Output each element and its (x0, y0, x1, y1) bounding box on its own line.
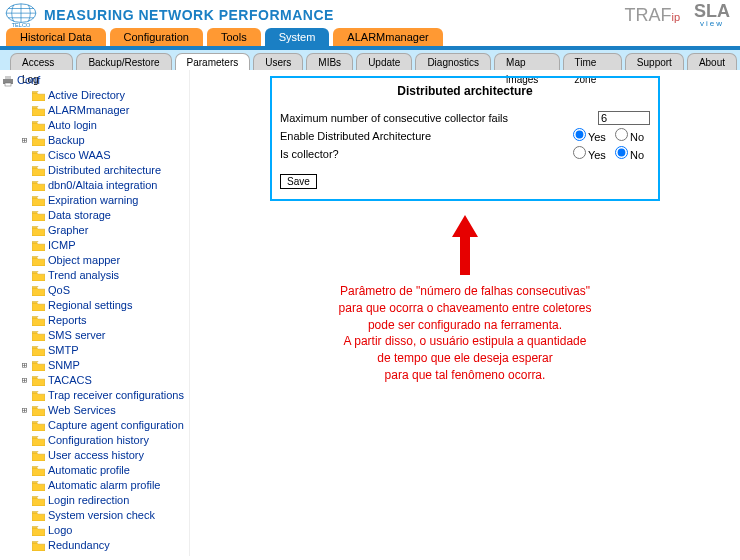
tree-item[interactable]: Cisco WAAS (2, 148, 189, 163)
tree-item-label: Trend analysis (48, 269, 119, 282)
secondary-tab[interactable]: Users (253, 53, 303, 70)
collector-no-radio[interactable] (615, 146, 628, 159)
tree-item[interactable]: SMS server (2, 328, 189, 343)
secondary-tab[interactable]: Time zone (563, 53, 622, 70)
primary-tab[interactable]: Historical Data (6, 28, 106, 46)
tree-item[interactable]: Auto login (2, 118, 189, 133)
radio-label: Yes (588, 149, 606, 161)
tree-item[interactable]: ⊞Backup (2, 133, 189, 148)
secondary-tab[interactable]: Parameters (175, 53, 251, 70)
tree-item[interactable]: ⊞Exporting (2, 553, 189, 556)
tree-item-label: Cisco WAAS (48, 149, 111, 162)
primary-tab[interactable]: Tools (207, 28, 261, 46)
annotation-line: pode ser configurado na ferramenta. (285, 317, 645, 334)
tree-item[interactable]: Data storage (2, 208, 189, 223)
radio-group: Yes No (573, 146, 650, 161)
tree-item[interactable]: Trend analysis (2, 268, 189, 283)
tree-item[interactable]: Grapher (2, 223, 189, 238)
tree-item-label: Data storage (48, 209, 111, 222)
tree-item-label: Login redirection (48, 494, 129, 507)
tree-item[interactable]: Object mapper (2, 253, 189, 268)
printer-icon (2, 75, 14, 87)
secondary-tab[interactable]: Update (356, 53, 412, 70)
secondary-tab[interactable]: Diagnostics (415, 53, 491, 70)
tree-item[interactable]: QoS (2, 283, 189, 298)
header-left: TELCO MEASURING NETWORK PERFORMANCE (4, 2, 334, 28)
save-button[interactable]: Save (280, 174, 317, 189)
secondary-tab[interactable]: Map images (494, 53, 559, 70)
expand-icon[interactable]: ⊞ (20, 374, 29, 387)
tree-item[interactable]: System version check (2, 508, 189, 523)
radio-label: No (630, 131, 644, 143)
tree-item-label: User access history (48, 449, 144, 462)
tree-item-label: Exporting (48, 554, 94, 556)
tree-item[interactable]: ICMP (2, 238, 189, 253)
tree-item-label: Capture agent configuration (48, 419, 184, 432)
panel-title: Distributed architecture (280, 82, 650, 108)
tree-root[interactable]: Conf (2, 73, 189, 88)
primary-tab[interactable]: System (265, 28, 330, 46)
expand-icon[interactable]: ⊞ (20, 359, 29, 372)
secondary-tab[interactable]: Access Log (10, 53, 73, 70)
expand-icon[interactable]: ⊞ (20, 404, 29, 417)
tree-item-label: Auto login (48, 119, 97, 132)
tree-item[interactable]: Regional settings (2, 298, 189, 313)
tree-item[interactable]: Trap receiver configurations (2, 388, 189, 403)
max-fails-input[interactable] (598, 111, 650, 125)
app-header: TELCO MEASURING NETWORK PERFORMANCE TRAF… (0, 0, 740, 30)
telco-logo-icon: TELCO (4, 2, 38, 28)
brand-trafip: TRAFip (624, 5, 680, 26)
tree-item[interactable]: ⊞SNMP (2, 358, 189, 373)
tree-item[interactable]: Automatic profile (2, 463, 189, 478)
tree-item[interactable]: Configuration history (2, 433, 189, 448)
header-right: TRAFip SLA view (624, 2, 730, 28)
tree-item-label: Trap receiver configurations (48, 389, 184, 402)
tree-item[interactable]: Expiration warning (2, 193, 189, 208)
tree-item-label: Expiration warning (48, 194, 139, 207)
tree-item[interactable]: Redundancy (2, 538, 189, 553)
tree-item[interactable]: Capture agent configuration (2, 418, 189, 433)
sidebar-tree: ConfActive DirectoryALARMmanagerAuto log… (0, 70, 190, 556)
tree-item[interactable]: Login redirection (2, 493, 189, 508)
secondary-tab[interactable]: Backup/Restore (76, 53, 171, 70)
tree-item-label: Object mapper (48, 254, 120, 267)
secondary-tab[interactable]: Support (625, 53, 684, 70)
annotation-line: para que tal fenômeno ocorra. (285, 367, 645, 384)
tree-item[interactable]: Active Directory (2, 88, 189, 103)
tree-item-label: QoS (48, 284, 70, 297)
content-pane: Distributed architecture Maximum number … (190, 70, 740, 556)
secondary-tabs: Access LogBackup/RestoreParametersUsersM… (0, 50, 740, 70)
expand-icon[interactable]: ⊞ (20, 134, 29, 147)
form-row-enable-dist: Enable Distributed Architecture Yes No (280, 128, 650, 143)
tree-item-label: Automatic alarm profile (48, 479, 161, 492)
tree-item[interactable]: ⊞TACACS (2, 373, 189, 388)
svg-rect-6 (5, 76, 11, 79)
expand-icon[interactable]: ⊞ (20, 554, 29, 556)
tree-item-label: Automatic profile (48, 464, 130, 477)
tree-item[interactable]: Logo (2, 523, 189, 538)
tree-item[interactable]: ALARMmanager (2, 103, 189, 118)
primary-tab[interactable]: Configuration (110, 28, 203, 46)
primary-tabs: Historical DataConfigurationToolsSystemA… (0, 30, 740, 50)
primary-tab[interactable]: ALARMmanager (333, 28, 442, 46)
svg-marker-8 (452, 215, 478, 275)
radio-label: Yes (588, 131, 606, 143)
tree-item[interactable]: Automatic alarm profile (2, 478, 189, 493)
enable-yes-radio[interactable] (573, 128, 586, 141)
tree-item[interactable]: dbn0/Altaia integration (2, 178, 189, 193)
tree-item[interactable]: ⊞Web Services (2, 403, 189, 418)
annotation-line: para que ocorra o chaveamento entre cole… (285, 300, 645, 317)
secondary-tab[interactable]: MIBs (306, 53, 353, 70)
tree-item[interactable]: Distributed architecture (2, 163, 189, 178)
main-area: ConfActive DirectoryALARMmanagerAuto log… (0, 70, 740, 556)
tree-item-label: Redundancy (48, 539, 110, 552)
tree-item[interactable]: Reports (2, 313, 189, 328)
enable-no-radio[interactable] (615, 128, 628, 141)
tree-item-label: dbn0/Altaia integration (48, 179, 157, 192)
tree-item[interactable]: User access history (2, 448, 189, 463)
form-label: Maximum number of consecutive collector … (280, 112, 598, 124)
tree-item-label: Logo (48, 524, 72, 537)
collector-yes-radio[interactable] (573, 146, 586, 159)
secondary-tab[interactable]: About (687, 53, 737, 70)
tree-item[interactable]: SMTP (2, 343, 189, 358)
